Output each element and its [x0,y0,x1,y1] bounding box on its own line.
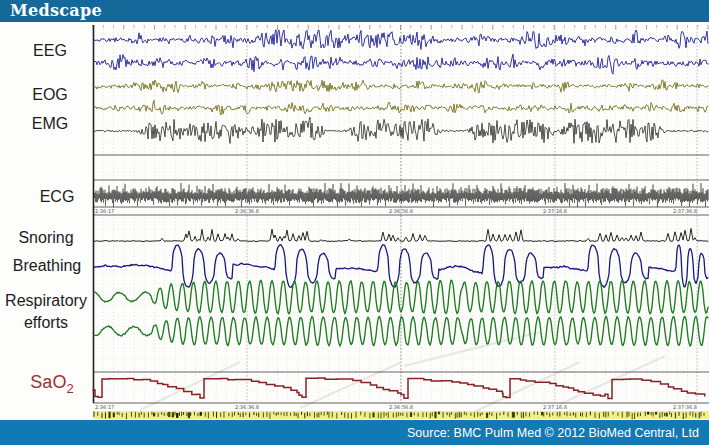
svg-text:2:36:17: 2:36:17 [95,208,114,214]
channel-label-sao2: SaO2 [30,373,73,395]
medscape-slide: 2:36:172:36:36.82:36:56.82:37:16.82:37:3… [0,0,709,445]
channel-label-ecg: ECG [40,189,75,205]
medscape-logo: Medscape [10,1,102,20]
svg-text:2:36:56.8: 2:36:56.8 [389,404,413,410]
sao2-subscript: 2 [66,381,73,396]
svg-text:2:36:36.8: 2:36:36.8 [235,404,259,410]
channel-label-snoring: Snoring [18,230,73,246]
channel-label-breathing: Breathing [13,258,82,274]
svg-text:2:36:56.8: 2:36:56.8 [389,208,413,214]
svg-text:2:37:36.8: 2:37:36.8 [673,208,697,214]
channel-label-efforts: efforts [24,315,68,331]
channel-label-emg: EMG [32,116,68,132]
svg-text:2:37:16.8: 2:37:16.8 [543,208,567,214]
channel-label-respiratory: Respiratory [5,293,87,309]
channel-label-eeg: EEG [33,43,67,59]
footer-bar: Source: BMC Pulm Med © 2012 BioMed Centr… [0,420,709,445]
sao2-label-text: SaO [30,372,66,392]
svg-text:2:37:16.8: 2:37:16.8 [543,404,567,410]
svg-text:2:36:17: 2:36:17 [95,404,114,410]
channel-label-eog: EOG [32,87,68,103]
polysomnogram-plot: 2:36:172:36:36.82:36:56.82:37:16.82:37:3… [0,0,709,445]
header-bar: Medscape [0,0,709,22]
source-credit: Source: BMC Pulm Med © 2012 BioMed Centr… [407,426,699,440]
svg-text:2:37:36.8: 2:37:36.8 [673,404,697,410]
svg-text:2:36:36.8: 2:36:36.8 [235,208,259,214]
